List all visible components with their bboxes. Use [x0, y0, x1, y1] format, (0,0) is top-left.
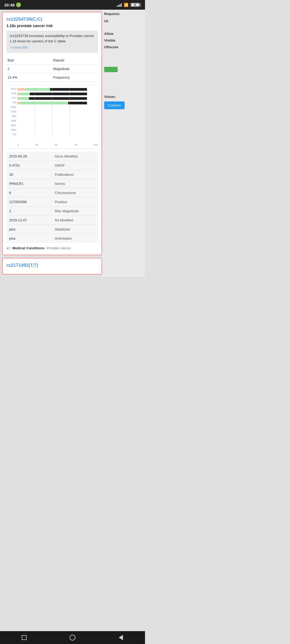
table-row: 127092098 Position: [6, 197, 98, 206]
offscreen-label: Offscree: [104, 45, 145, 49]
chart-label: ASW: [6, 106, 16, 108]
table-row: 8 Chromosome: [6, 188, 98, 197]
detail-value: 18: [6, 170, 52, 179]
chart-row: HCB: [17, 92, 98, 96]
detail-label: Orientation: [52, 234, 98, 243]
table-row: PRNCR1 Genes: [6, 179, 98, 188]
chart-row: LWK: [17, 119, 98, 123]
table-row: plus Orientation: [6, 234, 98, 243]
download-icon: ↓: [16, 2, 21, 7]
detail-table: 2015-05-29 Geno Modified 0.4752 GMAF 18 …: [6, 152, 98, 243]
table-row: BadRepute: [6, 56, 98, 65]
detail-label: Max Magnitude: [52, 206, 98, 215]
chart-row: TSI: [17, 133, 98, 137]
wifi-icon: 📶: [124, 3, 128, 7]
chart-row: MKK: [17, 129, 98, 132]
chart-row: MEX: [17, 124, 98, 128]
chart-label: CHD: [6, 110, 16, 113]
signal-icon: [117, 3, 122, 7]
detail-value[interactable]: PRNCR1: [6, 179, 52, 188]
table-row: 15.4%Frequency: [6, 73, 98, 82]
requires-row: Requires:: [104, 12, 145, 16]
chart-row: CHD: [17, 110, 98, 114]
main-layout: rs13254738(C;C) 1.18x prostate cancer ri…: [0, 10, 145, 277]
table-row: 0.4752 GMAF: [6, 161, 98, 170]
more-info-link[interactable]: more info: [10, 45, 28, 50]
chart-label: HCB: [6, 92, 16, 95]
chart-label: YRI: [6, 101, 16, 104]
detail-value: 0.4752: [6, 161, 52, 170]
chart-label: TSI: [6, 133, 16, 136]
chart-label: MEX: [6, 124, 16, 127]
chart-label: JPT: [6, 97, 16, 99]
green-status-indicator: [104, 67, 118, 72]
medical-conditions: 🏷 Medical Conditions Prostate cancer: [6, 246, 98, 250]
chart-label: LWK: [6, 119, 16, 122]
table-value: Bad: [6, 56, 52, 65]
table-row: 2 Max Magnitude: [6, 206, 98, 215]
table-row: 2Magnitude: [6, 64, 98, 73]
chart-label: CEU: [6, 87, 16, 90]
tag-icon: 🏷: [6, 246, 10, 250]
table-label: Magnitude: [52, 64, 98, 73]
chart-x-axis: 0255075100: [6, 144, 98, 146]
chart-row: YRI: [17, 101, 98, 105]
snp-card-2: rs2171492(T;T): [2, 258, 102, 275]
status-right: 📶 88: [117, 3, 141, 7]
snp-card-2-title[interactable]: rs2171492(T;T): [6, 263, 98, 268]
allow-label: Allow: [104, 32, 145, 36]
status-time: 20:48 ↓: [4, 2, 21, 7]
detail-value: 8: [6, 188, 52, 197]
detail-value: 2: [6, 206, 52, 215]
table-row: 18 Publications: [6, 170, 98, 179]
detail-value: plus: [6, 225, 52, 234]
detail-value: plus: [6, 234, 52, 243]
detail-value: 127092098: [6, 197, 52, 206]
detail-label: Chromosome: [52, 188, 98, 197]
chart-row: GIH: [17, 115, 98, 119]
table-label: Repute: [52, 56, 98, 65]
table-value: 15.4%: [6, 73, 52, 82]
status-bar: 20:48 ↓ 📶 88: [0, 0, 145, 10]
detail-label: Genes: [52, 179, 98, 188]
visible-label: Visible: [104, 38, 145, 42]
right-panel: Requires: UI: Allow Visible Offscree Vis…: [102, 10, 145, 277]
chart-row: JPT: [17, 97, 98, 100]
info-box: rs13254738 increases susceptibility to P…: [6, 31, 98, 53]
chart-label: MKK: [6, 129, 16, 131]
chart-label: GIH: [6, 115, 16, 118]
basic-data-table: BadRepute2Magnitude15.4%Frequency: [6, 56, 98, 82]
battery-indicator: 88: [130, 3, 141, 7]
detail-label: Geno Modified: [52, 152, 98, 161]
detail-label: Position: [52, 197, 98, 206]
info-text: rs13254738 increases susceptibility to P…: [10, 34, 94, 43]
detail-label: Stabilized: [52, 225, 98, 234]
left-panel: rs13254738(C;C) 1.18x prostate cancer ri…: [0, 10, 102, 277]
table-label: Frequency: [52, 73, 98, 82]
chart-row: CEU: [17, 87, 98, 91]
customize-button[interactable]: Customi: [104, 101, 125, 109]
detail-value: 2015-05-29: [6, 152, 52, 161]
ui-row: UI:: [104, 19, 145, 23]
frequency-chart: CEUHCBJPTYRIASWCHDGIHLWKMEXMKKTSI 025507…: [6, 85, 98, 149]
detail-value: 2019-12-07: [6, 215, 52, 225]
chart-row: ASW: [17, 106, 98, 109]
medical-value: Prostate cancer: [46, 246, 71, 250]
table-row: 2015-05-29 Geno Modified: [6, 152, 98, 161]
snp-title[interactable]: rs13254738(C;C): [6, 17, 98, 22]
detail-label: GMAF: [52, 161, 98, 170]
table-row: 2019-12-07 Rs Modified: [6, 215, 98, 225]
table-row: plus Stabilized: [6, 225, 98, 234]
snp-card-1: rs13254738(C;C) 1.18x prostate cancer ri…: [2, 12, 102, 255]
risk-subtitle: 1.18x prostate cancer risk: [6, 24, 98, 28]
medical-label: Medical Conditions: [12, 246, 44, 250]
detail-label: Rs Modified: [52, 215, 98, 225]
vision-label: Vision:: [104, 95, 145, 99]
detail-label: Publications: [52, 170, 98, 179]
table-value: 2: [6, 64, 52, 73]
